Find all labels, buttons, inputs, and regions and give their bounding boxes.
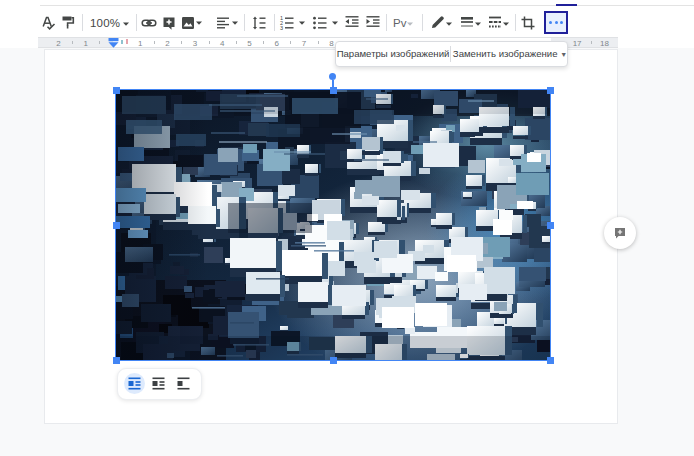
svg-text:3: 3 (280, 25, 283, 31)
